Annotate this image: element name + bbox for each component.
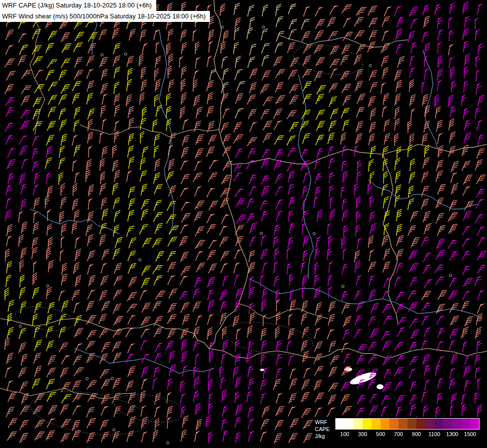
legend-color-segment [381, 419, 390, 429]
legend-label-block: WRF CAPE J/kg [315, 418, 332, 446]
title-cape: WRF CAPE (J/kg) Saturday 18-10-2025 18:0… [0, 0, 156, 11]
legend-color-segment [363, 419, 372, 429]
legend-color-segment [336, 419, 345, 429]
legend-color-segment [434, 419, 443, 429]
legend-tick-label: 1500 [464, 431, 476, 437]
legend-tick-label: 1300 [446, 431, 458, 437]
legend-tick-label: 900 [412, 431, 421, 437]
wrf-weather-map: WRF CAPE (J/kg) Saturday 18-10-2025 18:0… [0, 0, 487, 448]
legend-tick-row: 100300500700900110013001500 [335, 430, 480, 438]
legend-color-segment [461, 419, 470, 429]
title-wind-shear: WRF Wind shear (m/s) 500/1000hPa Saturda… [0, 11, 210, 22]
legend-color-segment [425, 419, 434, 429]
legend-color-segment [345, 419, 354, 429]
legend-label-cape: CAPE [315, 426, 332, 433]
legend-color-segment [398, 419, 407, 429]
legend-label-wrf: WRF [315, 419, 332, 426]
legend-label-unit: J/kg [315, 433, 332, 440]
legend-color-segment [470, 419, 479, 429]
legend-tick-label: 500 [376, 431, 385, 437]
legend-color-segment [452, 419, 461, 429]
legend-tick-label: 100 [340, 431, 349, 437]
cape-colorbar [335, 418, 480, 430]
legend-bar-wrap: 100300500700900110013001500 [335, 418, 480, 446]
legend-color-segment [354, 419, 363, 429]
wind-barb-map-canvas [0, 0, 487, 448]
legend-tick-label: 1100 [428, 431, 440, 437]
legend-color-segment [443, 419, 452, 429]
legend-color-segment [372, 419, 381, 429]
legend-color-segment [416, 419, 425, 429]
legend-color-segment [390, 419, 398, 429]
legend-color-segment [407, 419, 416, 429]
legend-tick-label: 300 [358, 431, 367, 437]
cape-legend: WRF CAPE J/kg 10030050070090011001300150… [313, 417, 485, 446]
legend-tick-label: 700 [394, 431, 403, 437]
